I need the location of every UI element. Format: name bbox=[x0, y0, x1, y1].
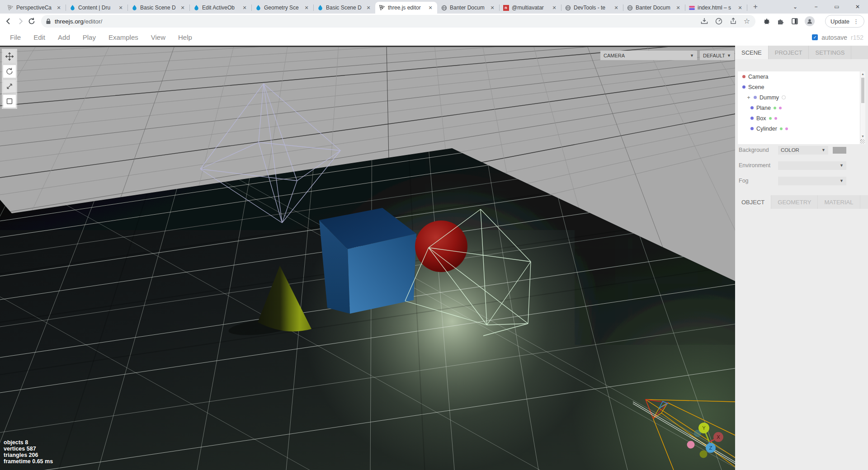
lock-icon bbox=[46, 18, 51, 24]
outliner-item-cylinder[interactable]: Cylinder bbox=[738, 123, 865, 134]
reload-button[interactable] bbox=[27, 15, 37, 28]
browser-tab-5[interactable]: Basic Scene D✕ bbox=[313, 2, 375, 14]
outliner-item-scene[interactable]: Scene bbox=[738, 82, 865, 92]
drupal-icon bbox=[317, 5, 323, 11]
browser-tab-10[interactable]: Banter Docum✕ bbox=[623, 2, 685, 14]
outliner-item-camera[interactable]: Camera bbox=[738, 71, 865, 82]
background-type-select[interactable]: COLOR▼ bbox=[778, 146, 828, 155]
gizmo-neg-x[interactable] bbox=[687, 441, 695, 449]
object-type-dot bbox=[750, 106, 754, 109]
bookmark-star-icon[interactable]: ☆ bbox=[744, 19, 750, 24]
browser-tab-6[interactable]: three.js editor✕ bbox=[375, 2, 437, 14]
minimize-button[interactable]: − bbox=[806, 4, 826, 10]
tab-scene[interactable]: SCENE bbox=[735, 46, 769, 59]
browser-tab-2[interactable]: Basic Scene D✕ bbox=[127, 2, 189, 14]
tab-close-icon[interactable]: ✕ bbox=[427, 5, 434, 11]
scale-tool-button[interactable] bbox=[3, 80, 16, 93]
environment-select[interactable]: ▼ bbox=[778, 161, 846, 170]
menu-view[interactable]: View bbox=[145, 33, 172, 41]
menu-examples[interactable]: Examples bbox=[102, 33, 145, 41]
gizmo-z-label: Z bbox=[709, 445, 712, 451]
browser-tab-9[interactable]: DevTools - te✕ bbox=[561, 2, 623, 14]
menu-edit[interactable]: Edit bbox=[27, 33, 52, 41]
browser-tab-0[interactable]: PerspectiveCa✕ bbox=[4, 2, 66, 14]
menu-play[interactable]: Play bbox=[76, 33, 102, 41]
menu-help[interactable]: Help bbox=[172, 33, 198, 41]
tab-close-icon[interactable]: ✕ bbox=[179, 5, 186, 11]
back-button[interactable] bbox=[4, 15, 14, 28]
tab-close-icon[interactable]: ✕ bbox=[737, 5, 743, 11]
browser-tab-8[interactable]: n@multiavatar✕ bbox=[499, 2, 561, 14]
object-tab-bar: OBJECT GEOMETRY MATERIAL bbox=[735, 195, 868, 209]
tab-close-icon[interactable]: ✕ bbox=[551, 5, 557, 11]
performance-icon[interactable] bbox=[715, 17, 723, 25]
scroll-up-arrow[interactable]: ▲ bbox=[860, 72, 865, 75]
viewport-top-edge bbox=[0, 46, 735, 47]
fog-select[interactable]: ▼ bbox=[778, 177, 846, 185]
tab-close-icon[interactable]: ✕ bbox=[241, 5, 248, 11]
background-color-swatch[interactable] bbox=[833, 147, 846, 154]
outliner-item-label: Dummy bbox=[760, 94, 779, 101]
background-row: Background COLOR▼ bbox=[739, 145, 864, 155]
browser-tab-4[interactable]: Geometry Sce✕ bbox=[251, 2, 313, 14]
scrollbar-thumb[interactable] bbox=[861, 78, 864, 103]
local-space-toggle-button[interactable] bbox=[3, 95, 16, 108]
extensions-puzzle-icon[interactable] bbox=[777, 17, 785, 25]
globe-icon bbox=[627, 5, 633, 11]
outliner-item-dummy[interactable]: +Dummy bbox=[738, 92, 865, 103]
browser-tab-3[interactable]: Edit ActiveOb✕ bbox=[189, 2, 251, 14]
menu-add[interactable]: Add bbox=[52, 33, 76, 41]
scene-outliner[interactable]: CameraScene+DummyPlaneBoxCylinder ▲ ▼ bbox=[738, 71, 865, 144]
darkreader-extension-icon[interactable] bbox=[791, 17, 799, 25]
tab-close-icon[interactable]: ✕ bbox=[675, 5, 681, 11]
tab-close-icon[interactable]: ✕ bbox=[365, 5, 372, 11]
expand-toggle[interactable]: + bbox=[746, 94, 751, 101]
menu-file[interactable]: File bbox=[4, 33, 27, 41]
tab-project[interactable]: PROJECT bbox=[769, 46, 809, 59]
gizmo-neg-y[interactable] bbox=[700, 451, 708, 458]
close-window-button[interactable]: ✕ bbox=[847, 4, 868, 10]
browser-tab-11[interactable]: index.html – s✕ bbox=[685, 2, 747, 14]
tab-geometry[interactable]: GEOMETRY bbox=[771, 195, 818, 209]
address-bar[interactable]: threejs.org/editor/ ☆ bbox=[41, 15, 755, 28]
browser-tab-7[interactable]: Banter Docum✕ bbox=[437, 2, 499, 14]
viewport[interactable]: Y X Z CAMERA▼ bbox=[0, 46, 735, 470]
scroll-down-arrow[interactable]: ▼ bbox=[860, 135, 865, 138]
blue-box-mesh[interactable] bbox=[319, 208, 416, 314]
tab-close-icon[interactable]: ✕ bbox=[56, 5, 62, 11]
viewport-canvas[interactable]: Y X Z bbox=[0, 46, 735, 470]
tab-search-icon[interactable]: ⌄ bbox=[785, 4, 806, 10]
outliner-item-plane[interactable]: Plane bbox=[738, 103, 865, 113]
tab-close-icon[interactable]: ✕ bbox=[613, 5, 619, 11]
new-tab-button[interactable]: + bbox=[750, 1, 761, 13]
tab-close-icon[interactable]: ✕ bbox=[118, 5, 124, 11]
outliner-item-box[interactable]: Box bbox=[738, 113, 865, 123]
browser-tab-strip: PerspectiveCa✕Content | Dru✕Basic Scene … bbox=[0, 0, 868, 14]
tab-close-icon[interactable]: ✕ bbox=[489, 5, 495, 11]
shading-select[interactable]: DEFAULT▼ bbox=[700, 51, 734, 60]
translate-tool-button[interactable] bbox=[3, 50, 16, 63]
browser-tab-1[interactable]: Content | Dru✕ bbox=[66, 2, 127, 14]
profile-avatar[interactable] bbox=[805, 16, 815, 26]
adblock-extension-icon[interactable] bbox=[763, 17, 771, 25]
chevron-down-icon: ▼ bbox=[690, 53, 694, 58]
drupal-icon bbox=[193, 5, 199, 11]
autosave-checkbox[interactable]: ✓ bbox=[812, 34, 818, 40]
render-stats: objects 8vertices 587triangles 206framet… bbox=[4, 439, 53, 465]
browser-menu-icon[interactable]: ⋮ bbox=[853, 18, 859, 25]
forward-button[interactable] bbox=[15, 15, 25, 28]
resource-dot bbox=[780, 127, 783, 130]
rotate-tool-button[interactable] bbox=[3, 65, 16, 78]
resource-dot bbox=[774, 117, 777, 120]
downloads-icon[interactable] bbox=[700, 17, 708, 25]
camera-select[interactable]: CAMERA▼ bbox=[600, 51, 697, 60]
maximize-button[interactable]: ▭ bbox=[826, 4, 847, 10]
resize-grip[interactable] bbox=[860, 139, 865, 144]
share-icon[interactable] bbox=[729, 17, 737, 25]
outliner-scrollbar[interactable]: ▲ ▼ bbox=[860, 71, 865, 144]
tab-close-icon[interactable]: ✕ bbox=[303, 5, 310, 11]
tab-material[interactable]: MATERIAL bbox=[818, 195, 860, 209]
update-chrome-button[interactable]: Update⋮ bbox=[825, 15, 864, 28]
tab-object[interactable]: OBJECT bbox=[735, 195, 771, 209]
tab-settings[interactable]: SETTINGS bbox=[809, 46, 851, 59]
